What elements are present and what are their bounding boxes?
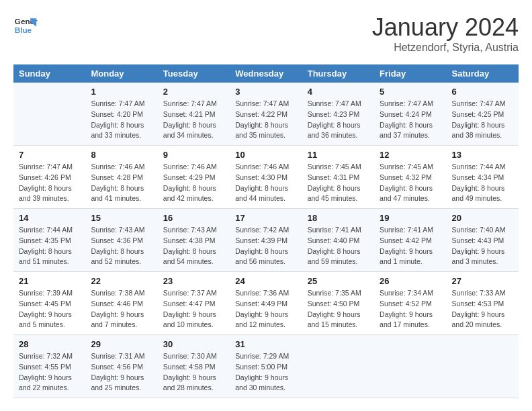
day-number: 28 — [19, 339, 80, 349]
day-info: Sunrise: 7:44 AMSunset: 4:34 PMDaylight:… — [452, 162, 513, 204]
day-number: 7 — [19, 150, 80, 160]
day-info: Sunrise: 7:31 AMSunset: 4:56 PMDaylight:… — [91, 351, 152, 394]
calendar-week-row: 28Sunrise: 7:32 AMSunset: 4:55 PMDayligh… — [13, 335, 519, 398]
calendar-cell: 17Sunrise: 7:42 AMSunset: 4:39 PMDayligh… — [230, 209, 302, 272]
calendar-cell: 21Sunrise: 7:39 AMSunset: 4:45 PMDayligh… — [13, 272, 85, 335]
calendar-cell: 14Sunrise: 7:44 AMSunset: 4:35 PMDayligh… — [13, 209, 85, 272]
day-number: 20 — [452, 213, 513, 223]
day-number: 2 — [163, 87, 224, 97]
col-header-wednesday: Wednesday — [230, 64, 302, 83]
calendar-cell: 24Sunrise: 7:36 AMSunset: 4:49 PMDayligh… — [230, 272, 302, 335]
calendar-cell: 26Sunrise: 7:34 AMSunset: 4:52 PMDayligh… — [374, 272, 446, 335]
day-info: Sunrise: 7:47 AMSunset: 4:26 PMDaylight:… — [19, 162, 80, 204]
day-info: Sunrise: 7:47 AMSunset: 4:21 PMDaylight:… — [163, 99, 224, 141]
calendar-cell: 15Sunrise: 7:43 AMSunset: 4:36 PMDayligh… — [85, 209, 157, 272]
day-number: 10 — [235, 150, 296, 160]
day-number: 27 — [452, 276, 513, 286]
calendar-cell: 12Sunrise: 7:45 AMSunset: 4:32 PMDayligh… — [374, 146, 446, 209]
day-info: Sunrise: 7:34 AMSunset: 4:52 PMDaylight:… — [380, 288, 441, 330]
month-year-title: January 2024 — [372, 13, 519, 42]
calendar-cell — [302, 335, 374, 398]
calendar-cell: 2Sunrise: 7:47 AMSunset: 4:21 PMDaylight… — [158, 83, 230, 146]
calendar-cell: 16Sunrise: 7:43 AMSunset: 4:38 PMDayligh… — [158, 209, 230, 272]
day-number: 13 — [452, 150, 513, 160]
calendar-cell: 22Sunrise: 7:38 AMSunset: 4:46 PMDayligh… — [85, 272, 157, 335]
day-info: Sunrise: 7:38 AMSunset: 4:46 PMDaylight:… — [91, 288, 152, 330]
day-number: 1 — [91, 87, 152, 97]
day-info: Sunrise: 7:37 AMSunset: 4:47 PMDaylight:… — [163, 288, 224, 330]
day-number: 25 — [308, 276, 369, 286]
col-header-sunday: Sunday — [13, 64, 85, 83]
calendar-cell: 20Sunrise: 7:40 AMSunset: 4:43 PMDayligh… — [447, 209, 519, 272]
col-header-saturday: Saturday — [447, 64, 519, 83]
title-block: January 2024 Hetzendorf, Styria, Austria — [372, 13, 519, 54]
day-number: 4 — [308, 87, 369, 97]
day-info: Sunrise: 7:44 AMSunset: 4:35 PMDaylight:… — [19, 225, 80, 267]
day-info: Sunrise: 7:47 AMSunset: 4:24 PMDaylight:… — [380, 99, 441, 141]
calendar-week-row: 7Sunrise: 7:47 AMSunset: 4:26 PMDaylight… — [13, 146, 519, 209]
day-info: Sunrise: 7:29 AMSunset: 5:00 PMDaylight:… — [235, 351, 296, 394]
day-number: 22 — [91, 276, 152, 286]
logo-icon: General Blue — [13, 13, 38, 38]
day-number: 18 — [308, 213, 369, 223]
day-number: 3 — [235, 87, 296, 97]
page-header: General Blue January 2024 Hetzendorf, St… — [13, 13, 519, 54]
day-info: Sunrise: 7:47 AMSunset: 4:20 PMDaylight:… — [91, 99, 152, 141]
calendar-cell: 29Sunrise: 7:31 AMSunset: 4:56 PMDayligh… — [85, 335, 157, 398]
calendar-cell: 27Sunrise: 7:33 AMSunset: 4:53 PMDayligh… — [447, 272, 519, 335]
day-number: 16 — [163, 213, 224, 223]
calendar-week-row: 14Sunrise: 7:44 AMSunset: 4:35 PMDayligh… — [13, 209, 519, 272]
svg-text:Blue: Blue — [15, 26, 32, 34]
calendar-cell: 28Sunrise: 7:32 AMSunset: 4:55 PMDayligh… — [13, 335, 85, 398]
calendar-cell: 7Sunrise: 7:47 AMSunset: 4:26 PMDaylight… — [13, 146, 85, 209]
day-info: Sunrise: 7:46 AMSunset: 4:28 PMDaylight:… — [91, 162, 152, 204]
day-number: 9 — [163, 150, 224, 160]
calendar-cell: 9Sunrise: 7:46 AMSunset: 4:29 PMDaylight… — [158, 146, 230, 209]
day-info: Sunrise: 7:35 AMSunset: 4:50 PMDaylight:… — [308, 288, 369, 330]
day-number: 12 — [380, 150, 441, 160]
day-number: 17 — [235, 213, 296, 223]
calendar-cell: 8Sunrise: 7:46 AMSunset: 4:28 PMDaylight… — [85, 146, 157, 209]
calendar-cell: 3Sunrise: 7:47 AMSunset: 4:22 PMDaylight… — [230, 83, 302, 146]
calendar-cell: 10Sunrise: 7:46 AMSunset: 4:30 PMDayligh… — [230, 146, 302, 209]
calendar-cell: 30Sunrise: 7:30 AMSunset: 4:58 PMDayligh… — [158, 335, 230, 398]
location-subtitle: Hetzendorf, Styria, Austria — [372, 42, 519, 54]
day-info: Sunrise: 7:30 AMSunset: 4:58 PMDaylight:… — [163, 351, 224, 394]
day-info: Sunrise: 7:41 AMSunset: 4:42 PMDaylight:… — [380, 225, 441, 267]
day-info: Sunrise: 7:40 AMSunset: 4:43 PMDaylight:… — [452, 225, 513, 267]
day-number: 24 — [235, 276, 296, 286]
day-info: Sunrise: 7:43 AMSunset: 4:36 PMDaylight:… — [91, 225, 152, 267]
calendar-cell: 31Sunrise: 7:29 AMSunset: 5:00 PMDayligh… — [230, 335, 302, 398]
day-number: 14 — [19, 213, 80, 223]
calendar-cell: 5Sunrise: 7:47 AMSunset: 4:24 PMDaylight… — [374, 83, 446, 146]
calendar-cell: 11Sunrise: 7:45 AMSunset: 4:31 PMDayligh… — [302, 146, 374, 209]
day-info: Sunrise: 7:46 AMSunset: 4:30 PMDaylight:… — [235, 162, 296, 204]
calendar-cell: 19Sunrise: 7:41 AMSunset: 4:42 PMDayligh… — [374, 209, 446, 272]
calendar-cell: 6Sunrise: 7:47 AMSunset: 4:25 PMDaylight… — [447, 83, 519, 146]
day-info: Sunrise: 7:47 AMSunset: 4:22 PMDaylight:… — [235, 99, 296, 141]
day-info: Sunrise: 7:32 AMSunset: 4:55 PMDaylight:… — [19, 351, 80, 394]
day-info: Sunrise: 7:36 AMSunset: 4:49 PMDaylight:… — [235, 288, 296, 330]
day-info: Sunrise: 7:33 AMSunset: 4:53 PMDaylight:… — [452, 288, 513, 330]
calendar-cell — [13, 83, 85, 146]
day-info: Sunrise: 7:41 AMSunset: 4:40 PMDaylight:… — [308, 225, 369, 267]
day-number: 23 — [163, 276, 224, 286]
day-number: 26 — [380, 276, 441, 286]
day-number: 21 — [19, 276, 80, 286]
calendar-table: SundayMondayTuesdayWednesdayThursdayFrid… — [13, 64, 519, 398]
day-number: 29 — [91, 339, 152, 349]
calendar-cell: 23Sunrise: 7:37 AMSunset: 4:47 PMDayligh… — [158, 272, 230, 335]
calendar-cell — [374, 335, 446, 398]
day-info: Sunrise: 7:47 AMSunset: 4:25 PMDaylight:… — [452, 99, 513, 141]
col-header-friday: Friday — [374, 64, 446, 83]
calendar-week-row: 1Sunrise: 7:47 AMSunset: 4:20 PMDaylight… — [13, 83, 519, 146]
day-info: Sunrise: 7:43 AMSunset: 4:38 PMDaylight:… — [163, 225, 224, 267]
day-info: Sunrise: 7:47 AMSunset: 4:23 PMDaylight:… — [308, 99, 369, 141]
calendar-cell: 18Sunrise: 7:41 AMSunset: 4:40 PMDayligh… — [302, 209, 374, 272]
day-info: Sunrise: 7:46 AMSunset: 4:29 PMDaylight:… — [163, 162, 224, 204]
day-number: 19 — [380, 213, 441, 223]
day-number: 6 — [452, 87, 513, 97]
col-header-monday: Monday — [85, 64, 157, 83]
calendar-cell: 4Sunrise: 7:47 AMSunset: 4:23 PMDaylight… — [302, 83, 374, 146]
calendar-week-row: 21Sunrise: 7:39 AMSunset: 4:45 PMDayligh… — [13, 272, 519, 335]
